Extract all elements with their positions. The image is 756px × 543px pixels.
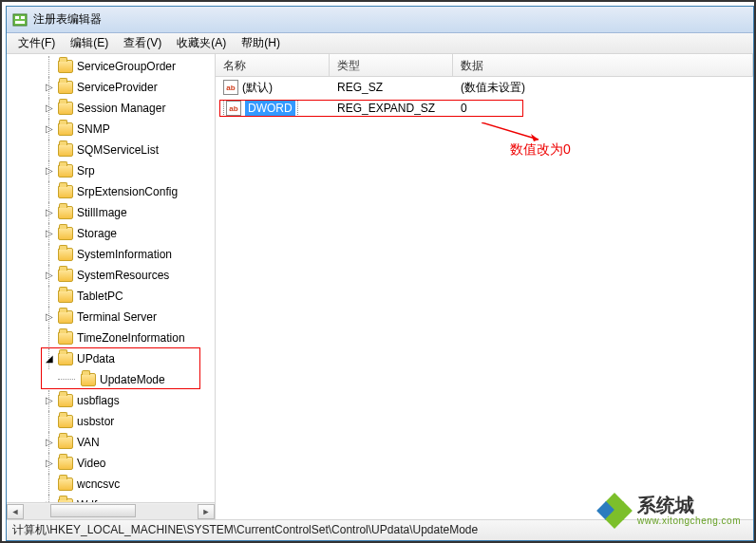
scroll-thumb[interactable] <box>50 504 136 517</box>
tree-item-timezoneinformation[interactable]: TimeZoneInformation <box>7 328 215 348</box>
tree-item-servicegrouporder[interactable]: ServiceGroupOrder <box>7 56 215 77</box>
tree-item-label: SystemInformation <box>77 248 172 261</box>
tree-item-label: wcncsvc <box>77 477 120 491</box>
col-header-data[interactable]: 数据 <box>453 54 753 76</box>
expand-caret-icon[interactable]: ▷ <box>45 438 54 447</box>
titlebar[interactable]: 注册表编辑器 <box>7 7 753 33</box>
folder-icon <box>58 122 73 136</box>
value-name: (默认) <box>242 80 273 96</box>
menubar: 文件(F) 编辑(E) 查看(V) 收藏夹(A) 帮助(H) <box>7 33 753 54</box>
tree-item-label: UpdateMode <box>100 373 165 386</box>
tree-item-storage[interactable]: ▷Storage <box>7 223 215 244</box>
tree-item-label: ServiceGroupOrder <box>77 60 176 73</box>
tree-hscrollbar[interactable]: ◄ ► <box>7 502 215 519</box>
tree-item-label: Srp <box>77 164 95 178</box>
list-row[interactable]: ab(默认)REG_SZ(数值未设置) <box>216 77 753 98</box>
tree-item-updatemode[interactable]: UpdateMode <box>7 369 215 390</box>
menu-help[interactable]: 帮助(H) <box>234 33 288 53</box>
menu-edit[interactable]: 编辑(E) <box>63 33 116 53</box>
scroll-track[interactable] <box>24 504 198 519</box>
folder-icon <box>58 164 73 178</box>
folder-icon <box>58 415 73 428</box>
folder-icon <box>58 436 73 449</box>
tree-item-session-manager[interactable]: ▷Session Manager <box>7 98 215 119</box>
tree-item-wcncsvc[interactable]: wcncsvc <box>7 474 215 495</box>
tree-view[interactable]: ServiceGroupOrder▷ServiceProvider▷Sessio… <box>7 54 215 502</box>
expand-caret-icon[interactable]: ◢ <box>45 354 54 364</box>
scroll-left-button[interactable]: ◄ <box>7 504 24 519</box>
tree-item-terminal-server[interactable]: ▷Terminal Server <box>7 307 215 328</box>
tree-item-label: usbflags <box>77 394 120 407</box>
list-row[interactable]: abDWORDREG_EXPAND_SZ0 <box>216 98 753 119</box>
expand-caret-icon[interactable]: ▷ <box>45 229 54 238</box>
folder-icon <box>58 290 73 303</box>
tree-item-video[interactable]: ▷Video <box>7 453 215 474</box>
tree-item-sqmservicelist[interactable]: SQMServiceList <box>7 140 215 160</box>
expand-caret-icon[interactable]: ▷ <box>45 83 54 92</box>
menu-file[interactable]: 文件(F) <box>10 33 63 53</box>
folder-icon <box>58 143 73 157</box>
list-pane: 名称 类型 数据 ab(默认)REG_SZ(数值未设置)abDWORDREG_E… <box>216 54 753 519</box>
folder-icon <box>81 373 96 386</box>
tree-item-tabletpc[interactable]: TabletPC <box>7 286 215 307</box>
expand-caret-icon[interactable]: ▷ <box>45 103 54 113</box>
tree-item-label: Terminal Server <box>77 310 157 324</box>
tree-item-stillimage[interactable]: ▷StillImage <box>7 202 215 223</box>
tree-item-serviceprovider[interactable]: ▷ServiceProvider <box>7 77 215 98</box>
expand-caret-icon[interactable]: ▷ <box>45 459 54 468</box>
value-type: REG_SZ <box>330 81 453 94</box>
tree-item-label: ServiceProvider <box>77 81 158 94</box>
tree-item-srp[interactable]: ▷Srp <box>7 160 215 181</box>
folder-icon <box>58 269 73 282</box>
expand-caret-icon[interactable]: ▷ <box>45 500 54 502</box>
tree-item-systeminformation[interactable]: SystemInformation <box>7 244 215 265</box>
tree-item-srpextensionconfig[interactable]: SrpExtensionConfig <box>7 181 215 202</box>
expand-caret-icon[interactable]: ▷ <box>45 312 54 322</box>
expand-caret-icon[interactable]: ▷ <box>45 166 54 176</box>
folder-icon <box>58 477 73 491</box>
folder-icon <box>58 248 73 261</box>
expand-caret-icon[interactable]: ▷ <box>45 208 54 217</box>
folder-icon <box>58 498 73 502</box>
tree-item-label: TabletPC <box>77 290 123 303</box>
string-value-icon: ab <box>223 80 238 95</box>
expand-caret-icon[interactable]: ▷ <box>45 124 54 134</box>
tree-item-usbflags[interactable]: ▷usbflags <box>7 390 215 411</box>
menu-view[interactable]: 查看(V) <box>116 33 169 53</box>
tree-item-label: Storage <box>77 227 117 240</box>
tree-item-wdf[interactable]: ▷Wdf <box>7 495 215 502</box>
value-data: (数值未设置) <box>453 80 753 96</box>
svg-rect-3 <box>15 21 25 24</box>
list-body[interactable]: ab(默认)REG_SZ(数值未设置)abDWORDREG_EXPAND_SZ0… <box>216 77 753 519</box>
tree-item-label: Video <box>77 457 105 470</box>
annotation-text: 数值改为0 <box>510 141 571 159</box>
expand-caret-icon[interactable]: ▷ <box>45 396 54 405</box>
tree-item-systemresources[interactable]: ▷SystemResources <box>7 265 215 286</box>
folder-icon <box>58 352 73 365</box>
scroll-right-button[interactable]: ► <box>198 504 215 519</box>
folder-icon <box>58 457 73 470</box>
regedit-window: 注册表编辑器 文件(F) 编辑(E) 查看(V) 收藏夹(A) 帮助(H) Se… <box>6 6 754 541</box>
folder-icon <box>58 185 73 198</box>
col-header-type[interactable]: 类型 <box>330 54 453 76</box>
value-data: 0 <box>453 102 753 115</box>
folder-icon <box>58 331 73 345</box>
menu-favorites[interactable]: 收藏夹(A) <box>169 33 234 53</box>
expand-caret-icon[interactable]: ▷ <box>45 271 54 280</box>
svg-rect-2 <box>21 16 25 19</box>
list-header: 名称 类型 数据 <box>216 54 753 77</box>
tree-item-van[interactable]: ▷VAN <box>7 432 215 453</box>
svg-rect-0 <box>13 14 27 26</box>
folder-icon <box>58 206 73 219</box>
status-path: 计算机\HKEY_LOCAL_MACHINE\SYSTEM\CurrentCon… <box>12 522 478 538</box>
tree-item-usbstor[interactable]: usbstor <box>7 411 215 432</box>
col-header-name[interactable]: 名称 <box>216 54 330 76</box>
string-value-icon: ab <box>226 101 241 116</box>
svg-line-4 <box>482 122 539 140</box>
svg-marker-5 <box>531 134 539 141</box>
value-name: DWORD <box>245 101 295 116</box>
tree-pane: ServiceGroupOrder▷ServiceProvider▷Sessio… <box>7 54 216 519</box>
tree-item-snmp[interactable]: ▷SNMP <box>7 119 215 140</box>
screenshot-frame: 注册表编辑器 文件(F) 编辑(E) 查看(V) 收藏夹(A) 帮助(H) Se… <box>0 0 756 543</box>
tree-item-updata[interactable]: ◢UPdata <box>7 348 215 369</box>
